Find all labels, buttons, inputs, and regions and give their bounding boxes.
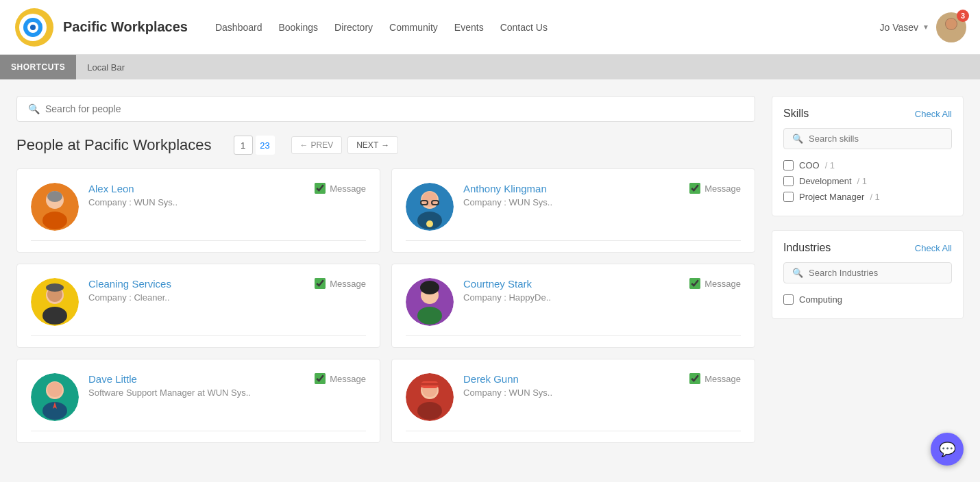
skill-label: COO [799, 160, 820, 170]
skills-search-bar[interactable]: 🔍 [783, 128, 952, 149]
skills-title: Skills [783, 107, 809, 120]
nav-events[interactable]: Events [454, 22, 484, 33]
message-checkbox[interactable] [315, 373, 326, 384]
search-icon: 🔍 [28, 103, 40, 114]
local-bar-item[interactable]: Local Bar [76, 62, 136, 73]
nav-dashboard[interactable]: Dashboard [215, 22, 262, 33]
card-divider [31, 431, 366, 431]
person-card-inner: Anthony Klingman Company : WUN Sys.. Mes… [406, 183, 741, 231]
page-2-3[interactable]: 2 3 [256, 136, 275, 155]
message-label: Message [330, 374, 366, 384]
card-divider [31, 335, 366, 336]
person-name[interactable]: Alex Leon [88, 183, 305, 194]
svg-point-19 [426, 220, 433, 227]
prev-button[interactable]: ← PREV [291, 136, 343, 154]
card-divider [406, 240, 741, 241]
svg-point-37 [417, 402, 442, 420]
user-name: Jo Vasev [880, 22, 919, 33]
skill-count: / 1 [857, 176, 867, 186]
industry-label: Computing [799, 294, 842, 305]
message-checkbox[interactable] [689, 183, 700, 194]
person-name[interactable]: Dave Little [88, 373, 305, 385]
card-divider [406, 431, 741, 431]
skills-search-icon: 🔍 [792, 134, 803, 144]
section-title: People at Pacific Workplaces [16, 136, 212, 154]
logo-icon [14, 7, 55, 48]
person-name[interactable]: Anthony Klingman [463, 183, 680, 194]
industries-search-bar[interactable]: 🔍 [783, 262, 952, 283]
person-info: Cleaning Services Company : Cleaner.. [88, 278, 305, 303]
notification-badge: 3 [957, 10, 969, 22]
person-company: Company : HappyDe.. [463, 292, 680, 303]
message-checkbox[interactable] [315, 278, 326, 289]
industries-header: Industries Check All [783, 242, 952, 254]
skill-checkbox[interactable] [783, 176, 794, 186]
industry-checkbox[interactable] [783, 294, 794, 305]
card-divider [31, 240, 366, 241]
person-card: Courtney Stark Company : HappyDe.. Messa… [391, 264, 755, 348]
message-button[interactable]: Message [315, 373, 366, 384]
nav-contact[interactable]: Contact Us [500, 22, 548, 33]
logo-area: Pacific Workplaces [14, 7, 188, 48]
person-card-inner: Cleaning Services Company : Cleaner.. Me… [31, 278, 366, 326]
brand-name: Pacific Workplaces [63, 19, 188, 35]
svg-point-6 [942, 31, 961, 42]
message-label: Message [705, 279, 741, 289]
skill-checkbox[interactable] [783, 192, 794, 202]
skills-search-input[interactable] [809, 134, 943, 144]
svg-point-24 [46, 283, 64, 292]
skill-checkbox[interactable] [783, 160, 794, 170]
person-card-inner: Alex Leon Company : WUN Sys.. Message [31, 183, 366, 231]
chat-icon: 💬 [939, 441, 956, 443]
person-company: Company : WUN Sys.. [88, 197, 305, 207]
header-right: Jo Vasev ▼ 3 [880, 12, 966, 42]
message-checkbox[interactable] [315, 183, 326, 194]
people-search-bar[interactable]: 🔍 [16, 96, 755, 122]
person-info: Dave Little Software Support Manager at … [88, 373, 305, 398]
person-info: Anthony Klingman Company : WUN Sys.. [463, 183, 680, 207]
right-panel: Skills Check All 🔍 COO / 1 Development /… [772, 96, 964, 443]
message-checkbox[interactable] [689, 278, 700, 289]
message-label: Message [705, 183, 741, 194]
nav-community[interactable]: Community [389, 22, 438, 33]
user-avatar-wrap[interactable]: 3 [936, 12, 966, 42]
message-checkbox[interactable] [689, 373, 700, 384]
person-name[interactable]: Derek Gunn [463, 373, 680, 385]
person-avatar [406, 183, 454, 231]
prev-label: PREV [311, 140, 334, 150]
message-button[interactable]: Message [689, 278, 741, 289]
message-button[interactable]: Message [689, 183, 741, 194]
person-name[interactable]: Courtney Stark [463, 278, 680, 290]
message-button[interactable]: Message [315, 278, 366, 289]
message-button[interactable]: Message [689, 373, 741, 384]
main-nav: Dashboard Bookings Directory Community E… [215, 22, 548, 33]
industries-list: Computing [783, 292, 952, 307]
skills-check-all[interactable]: Check All [915, 109, 952, 119]
user-menu[interactable]: Jo Vasev ▼ [880, 22, 929, 33]
next-button[interactable]: NEXT → [347, 136, 398, 154]
nav-directory[interactable]: Directory [334, 22, 373, 33]
page-nav: ← PREV NEXT → [291, 136, 399, 154]
page-1[interactable]: 1 [234, 136, 253, 155]
person-name[interactable]: Cleaning Services [88, 278, 305, 290]
skill-label: Project Manager [799, 192, 864, 202]
person-avatar [406, 373, 454, 421]
industries-search-input[interactable] [809, 268, 943, 278]
person-avatar [406, 278, 454, 326]
message-button[interactable]: Message [315, 183, 366, 194]
person-info: Courtney Stark Company : HappyDe.. [463, 278, 680, 303]
industries-check-all[interactable]: Check All [915, 243, 952, 253]
shortcuts-bar: SHORTCUTS Local Bar [0, 55, 980, 79]
people-search-input[interactable] [45, 103, 744, 114]
next-arrow-icon: → [381, 140, 389, 150]
skill-count: / 1 [825, 160, 835, 170]
next-label: NEXT [356, 140, 378, 150]
person-card-inner: Courtney Stark Company : HappyDe.. Messa… [406, 278, 741, 326]
person-info: Alex Leon Company : WUN Sys.. [88, 183, 305, 207]
shortcuts-label: SHORTCUTS [0, 55, 76, 79]
skill-label: Development [799, 176, 852, 186]
person-avatar [31, 373, 79, 421]
person-company: Company : WUN Sys.. [463, 197, 680, 207]
message-label: Message [705, 374, 741, 384]
nav-bookings[interactable]: Bookings [278, 22, 318, 33]
